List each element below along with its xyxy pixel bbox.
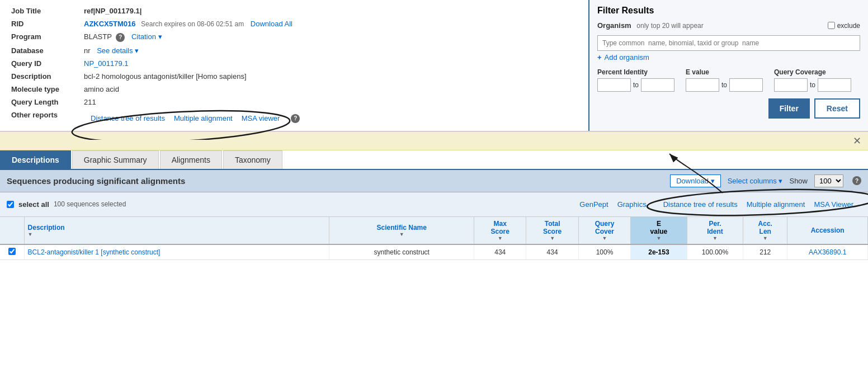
filter-title: Filter Results bbox=[597, 6, 860, 16]
select-all-row: select all 100 sequences selected GenPep… bbox=[0, 192, 868, 217]
download-dropdown[interactable]: Download ▾ bbox=[670, 174, 720, 187]
col-acc-len[interactable]: Acc.Len ▼ bbox=[743, 217, 787, 244]
results-table: Description ▼ Scientific Name ▼ MaxScore… bbox=[0, 217, 868, 260]
accession-cell: AAX36890.1 bbox=[787, 244, 868, 260]
exclude-checkbox[interactable] bbox=[828, 22, 835, 29]
msa-viewer-link[interactable]: MSA viewer bbox=[242, 114, 280, 122]
organism-label: Organism bbox=[597, 21, 631, 30]
distance-tree-results-link[interactable]: Distance tree of results bbox=[663, 200, 738, 209]
show-select[interactable]: 100 50 500 bbox=[814, 174, 843, 187]
multiple-alignment-link[interactable]: Multiple alignment bbox=[174, 114, 233, 122]
col-accession: Accession bbox=[787, 217, 868, 244]
evalue-cell: 2e-153 bbox=[631, 244, 687, 260]
query-coverage-from[interactable] bbox=[774, 78, 808, 92]
molecule-label: Molecule type bbox=[8, 83, 81, 96]
evalue-from[interactable] bbox=[686, 78, 719, 92]
evalue-label: E value bbox=[686, 68, 763, 76]
filter-panel: Filter Results Organism only top 20 will… bbox=[588, 0, 868, 131]
msa-viewer-results-link[interactable]: MSA Viewer bbox=[814, 200, 853, 209]
evalue-to-input[interactable] bbox=[729, 78, 763, 92]
rid-link[interactable]: AZKCX5TM016 bbox=[84, 20, 135, 28]
select-all-label: select all bbox=[18, 200, 49, 209]
other-reports-help-icon[interactable]: ? bbox=[291, 114, 300, 123]
molecule-value: amino acid bbox=[81, 83, 581, 96]
multiple-alignment-results-link[interactable]: Multiple alignment bbox=[747, 200, 805, 209]
col-evalue[interactable]: Evalue ▼ bbox=[631, 217, 687, 244]
citation-link[interactable]: Citation bbox=[131, 32, 156, 41]
organism-input[interactable] bbox=[597, 35, 860, 51]
database-value: nr bbox=[84, 46, 91, 55]
table-row: BCL2-antagonist/killer 1 [synthetic cons… bbox=[0, 244, 868, 260]
query-coverage-to: to bbox=[810, 81, 815, 89]
filter-button[interactable]: Filter bbox=[768, 98, 810, 119]
organism-sublabel: only top 20 will appear bbox=[636, 22, 703, 30]
total-score-cell: 434 bbox=[526, 244, 578, 260]
other-reports-links: Distance tree of results Multiple alignm… bbox=[91, 114, 300, 123]
col-description[interactable]: Description ▼ bbox=[24, 217, 329, 244]
sequences-help-icon[interactable]: ? bbox=[852, 176, 861, 185]
tab-graphic-summary[interactable]: Graphic Summary bbox=[72, 150, 159, 169]
col-query-cover[interactable]: QueryCover ▼ bbox=[578, 217, 630, 244]
tab-taxonomy[interactable]: Taxonomy bbox=[223, 150, 282, 169]
distance-tree-link[interactable]: Distance tree of results bbox=[91, 114, 165, 122]
job-title-value: ref|NP_001179.1| bbox=[81, 4, 581, 17]
add-organism-link[interactable]: Add organism bbox=[605, 53, 649, 62]
description-label: Description bbox=[8, 70, 81, 83]
query-length-value: 211 bbox=[81, 96, 581, 108]
accession-link[interactable]: AAX36890.1 bbox=[809, 248, 846, 256]
query-coverage-label: Query Coverage bbox=[774, 68, 851, 76]
percent-identity-to: to bbox=[633, 81, 639, 89]
col-scientific-name[interactable]: Scientific Name ▼ bbox=[329, 217, 474, 244]
select-all-checkbox[interactable] bbox=[7, 201, 14, 208]
help-icon[interactable]: ? bbox=[116, 33, 125, 42]
description-value: bcl-2 homologous antagonist/killer [Homo… bbox=[81, 70, 581, 83]
tab-descriptions[interactable]: Descriptions bbox=[0, 150, 71, 169]
banner: ✕ bbox=[0, 131, 868, 150]
row-checkbox[interactable] bbox=[8, 248, 16, 255]
search-expires: Search expires on 08-06 02:51 am bbox=[141, 20, 244, 28]
banner-close-icon[interactable]: ✕ bbox=[853, 135, 861, 147]
selected-count: 100 sequences selected bbox=[54, 200, 126, 208]
col-checkbox bbox=[0, 217, 24, 244]
col-max-score[interactable]: MaxScore ▼ bbox=[474, 217, 526, 244]
max-score-cell: 434 bbox=[474, 244, 526, 260]
col-total-score[interactable]: TotalScore ▼ bbox=[526, 217, 578, 244]
reset-button[interactable]: Reset bbox=[814, 98, 860, 119]
result-description-link[interactable]: BCL2-antagonist/killer 1 [synthetic cons… bbox=[28, 248, 161, 256]
acc-len-cell: 212 bbox=[743, 244, 787, 260]
program-value: BLASTP bbox=[84, 32, 112, 41]
sequences-header: Sequences producing significant alignmen… bbox=[0, 170, 868, 192]
citation-dropdown-icon[interactable]: ▾ bbox=[158, 32, 162, 41]
scientific-name-cell: synthetic construct bbox=[329, 244, 474, 260]
job-title-label: Job Title bbox=[8, 4, 81, 17]
col-per-ident[interactable]: Per.Ident ▼ bbox=[687, 217, 743, 244]
sequences-title: Sequences producing significant alignmen… bbox=[7, 176, 185, 186]
query-cover-cell: 100% bbox=[578, 244, 630, 260]
download-all-link[interactable]: Download All bbox=[251, 20, 293, 28]
query-id-label: Query ID bbox=[8, 57, 81, 70]
tabs-bar: Descriptions Graphic Summary Alignments … bbox=[0, 150, 868, 170]
per-ident-cell: 100.00% bbox=[687, 244, 743, 260]
percent-identity-from[interactable] bbox=[597, 78, 631, 92]
query-id-link[interactable]: NP_001179.1 bbox=[84, 59, 129, 68]
rid-label: RID bbox=[8, 17, 81, 30]
genpept-link[interactable]: GenPept bbox=[579, 200, 608, 209]
see-details-arrow: ▾ bbox=[135, 46, 139, 55]
select-columns-dropdown[interactable]: Select columns ▾ bbox=[728, 177, 783, 185]
plus-icon: + bbox=[597, 53, 602, 62]
query-coverage-to-input[interactable] bbox=[818, 78, 851, 92]
query-length-label: Query Length bbox=[8, 96, 81, 108]
database-label: Database bbox=[8, 44, 81, 57]
graphics-link[interactable]: Graphics bbox=[617, 200, 647, 209]
left-info-panel: Job Title ref|NP_001179.1| RID AZKCX5TM0… bbox=[0, 0, 588, 131]
see-details-link[interactable]: See details bbox=[97, 46, 133, 55]
program-label: Program bbox=[8, 30, 81, 44]
show-label: Show bbox=[789, 177, 808, 185]
other-reports-label: Other reports bbox=[8, 108, 81, 129]
evalue-to: to bbox=[721, 81, 727, 89]
percent-identity-label: Percent Identity bbox=[597, 68, 674, 76]
exclude-label: exclude bbox=[837, 22, 860, 30]
percent-identity-to-input[interactable] bbox=[641, 78, 674, 92]
tab-alignments[interactable]: Alignments bbox=[160, 150, 222, 169]
